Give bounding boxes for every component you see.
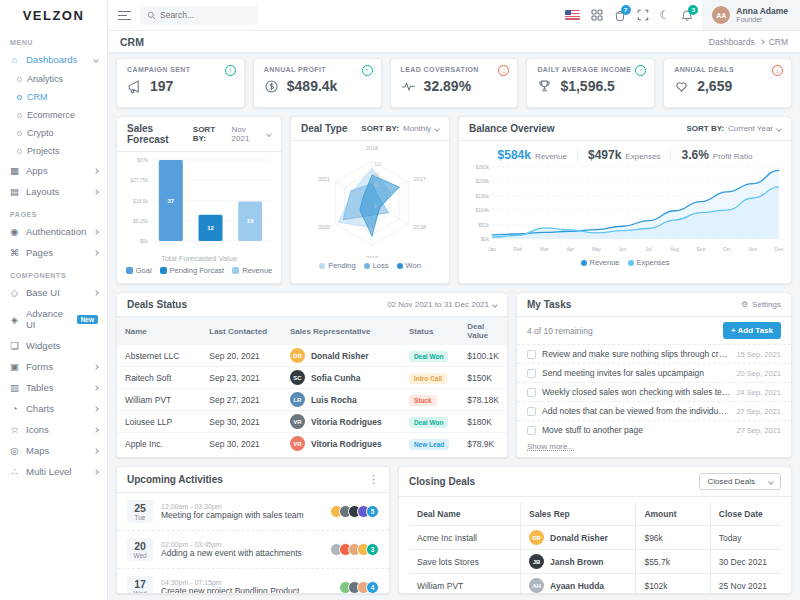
chevron-down-icon [492,302,498,308]
sidebar-item-pages[interactable]: ⌘Pages [0,242,107,263]
sidebar-item-forms[interactable]: ▣Forms [0,356,107,377]
sidebar-item-dashboards[interactable]: ⌂Dashboards [0,49,107,70]
svg-text:Jul: Jul [645,246,651,252]
sidebar-item-label: Projects [27,146,60,156]
task-checkbox[interactable] [527,388,536,397]
chevron-down-icon [434,126,440,132]
balance-stat-value: $584k [498,148,531,162]
add-task-button[interactable]: + Add Task [723,322,781,339]
chevron-right-icon [93,250,99,256]
sidebar-item-label: Tables [26,382,53,393]
language-flag-icon[interactable] [565,10,580,20]
sidebar-item-layouts[interactable]: ▤Layouts [0,181,107,202]
sidebar-item-apps[interactable]: ▦Apps [0,160,107,181]
sidebar-item-base-ui[interactable]: ◇Base UI [0,282,107,303]
deals-date-filter[interactable]: 02 Nov 2021 to 31 Dec 2021 [387,300,497,309]
rep-wrapper: JBJansh Brown [529,554,627,569]
balance-headline-stats: $584kRevenue$497kExpenses3.6%Profit Rati… [465,144,785,163]
rep-wrapper: VRVitoria Rodrigues [290,436,393,451]
breadcrumb-dashboards[interactable]: Dashboards [709,37,755,47]
column-header: Last Contacted [201,317,282,345]
sidebar-item-crm[interactable]: CRM [0,88,107,106]
legend-swatch [126,267,133,274]
sidebar-item-icons[interactable]: ☆Icons [0,419,107,440]
task-checkbox[interactable] [527,369,536,378]
table-row: William PVTAHAyaan Hudda$102k25 Nov 2021 [409,574,781,595]
stat-value-row: 197 [127,78,234,94]
fullscreen-icon[interactable] [637,9,649,21]
svg-text:2016: 2016 [366,145,378,151]
tasks-remaining: 4 of 10 remaining [527,326,593,336]
deal-type-radar-chart: 20162017201820192020202112090600 [294,144,446,258]
task-checkbox[interactable] [527,426,536,435]
brand-logo[interactable]: VELZON [0,0,107,30]
legend-item: Pending [319,261,356,270]
svg-text:Jan: Jan [488,246,496,252]
cart-badge: 7 [621,5,631,15]
tasks-settings-button[interactable]: ⚙Settings [741,300,781,309]
user-menu[interactable]: AA Anna Adame Founder [702,0,800,30]
activity-row: 17Wed04:30pm - 07:15pmCreate new project… [117,568,389,594]
sidebar-item-multi-level[interactable]: ∴Multi Level [0,461,107,482]
breadcrumb-current: CRM [769,37,788,47]
svg-text:60: 60 [374,183,380,188]
task-checkbox[interactable] [527,350,536,359]
closing-deals-filter-select[interactable]: Closed Deals [699,473,781,490]
status-cell: New Lead [401,433,459,455]
legend-item: Revenue [232,266,272,275]
balance-sort-dropdown[interactable]: SORT BY:Current Year [686,124,781,133]
sales-sort-dropdown[interactable]: SORT BY:Nov 2021 [193,125,271,143]
sidebar-item-ecommerce[interactable]: Ecommerce [0,106,107,124]
activity-date: 17Wed [127,576,153,594]
task-checkbox[interactable] [527,407,536,416]
rep-wrapper: DRDonald Risher [290,348,393,363]
show-more-link[interactable]: Show more... [527,442,574,451]
sidebar-item-widgets[interactable]: ❏Widgets [0,335,107,356]
sidebar-item-crypto[interactable]: Crypto [0,124,107,142]
avatar-group: 4 [343,581,379,594]
search-input[interactable] [160,10,240,20]
stat-value: $1,596.5 [560,78,615,94]
sidebar-item-maps[interactable]: ◎Maps [0,440,107,461]
menu-toggle-icon[interactable] [118,11,131,20]
task-date: 24 Sep, 2021 [736,388,781,397]
trend-up-icon: ↑ [635,65,646,76]
stat-card-1: CAMPAIGN SENT↑197 [116,58,245,108]
sidebar-item-tables[interactable]: ▥Tables [0,377,107,398]
bell-icon[interactable]: 3 [681,9,693,22]
more-options-icon[interactable]: ⋮ [368,473,379,486]
legend-label: Pending Forcast [170,266,225,275]
legend-item: Goal [126,266,152,275]
sidebar-item-analytics[interactable]: Analytics [0,70,107,88]
sidebar-item-advance-ui[interactable]: ◈Advance UINew [0,303,107,335]
sidebar-item-label: Apps [26,165,48,176]
svg-text:$9.25k: $9.25k [133,218,149,224]
close-date-cell: Today [710,526,781,550]
svg-text:2020: 2020 [318,224,330,230]
activity-info: 12:00am - 03:30pmMeeting for campaign wi… [161,503,326,520]
sidebar-item-charts[interactable]: ◔Charts [0,398,107,419]
dark-mode-moon-icon[interactable]: ☾ [660,9,671,21]
search-box[interactable] [140,6,258,25]
svg-text:12: 12 [207,225,214,231]
shopping-bag-icon[interactable]: 7 [614,9,626,22]
page-header: CRM Dashboards CRM [108,30,800,52]
dollar-circle-icon [264,79,279,94]
sidebar-item-label: Ecommerce [27,110,75,120]
topbar-icons: 7 ☾ 3 [565,9,694,22]
activity-row: 20Wed02:00pm - 03:45pmAdding a new event… [117,530,389,568]
amount-cell: $55.7k [636,550,710,574]
task-text: Move stuff to another page [542,425,730,435]
sidebar-item-label: Crypto [27,128,54,138]
chart-x-label: Total Forecasted Value [161,254,237,263]
sidebar-item-authentication[interactable]: ◉Authentication [0,221,107,242]
upcoming-activities-card: Upcoming Activities ⋮ 25Tue12:00am - 03:… [116,466,390,594]
deal-name-cell: William PVT [409,574,521,595]
deal-type-sort-dropdown[interactable]: SORT BY:Monthly [361,124,439,133]
forms-icon: ▣ [9,361,20,372]
activities-list: 25Tue12:00am - 03:30pmMeeting for campai… [117,493,389,594]
column-header: Deal Value [459,317,507,345]
sidebar-item-projects[interactable]: Projects [0,142,107,160]
apps-grid-icon[interactable] [591,9,603,21]
table-row: Loiusee LLPSep 30, 2021VRVitoria Rodrigu… [117,411,507,433]
